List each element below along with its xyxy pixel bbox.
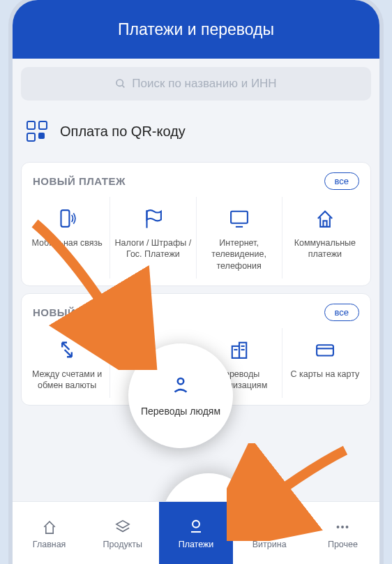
svg-line-1 [122, 85, 124, 87]
search-input[interactable]: Поиск по названию и ИНН [21, 67, 371, 101]
home-icon [313, 207, 337, 230]
nav-payments[interactable]: Платежи [159, 502, 232, 564]
tile-between-accounts[interactable]: Между счетами и обмен валюты [24, 328, 110, 399]
tile-label: Интернет, телевидение, телефония [201, 237, 278, 272]
tile-internet[interactable]: Интернет, телевидение, телефония [197, 197, 282, 279]
phone-frame: Платежи и переводы Поиск по названию и И… [13, 0, 379, 564]
page-title: Платежи и переводы [118, 20, 274, 39]
nav-more[interactable]: Прочее [306, 502, 379, 564]
tile-card-to-card[interactable]: С карты на карту [282, 328, 368, 399]
qr-icon [27, 121, 47, 142]
phone-signal-icon [55, 207, 79, 230]
payment-section: НОВЫЙ ПЛАТЕЖ все Мобильная связь Налоги … [21, 162, 371, 286]
svg-rect-7 [232, 346, 239, 358]
svg-rect-2 [61, 210, 70, 227]
nav-label: Главная [33, 540, 66, 549]
tile-label: Между счетами и обмен валюты [29, 369, 105, 392]
nav-label: Прочее [328, 540, 358, 549]
card-icon [313, 338, 337, 362]
svg-point-0 [116, 80, 123, 86]
person-underline-icon [186, 517, 206, 537]
nav-label: Платежи [179, 540, 214, 549]
tile-taxes[interactable]: Налоги / Штрафы / Гос. Платежи [110, 197, 196, 279]
search-icon [115, 78, 126, 89]
tile-label: Коммунальные платежи [287, 237, 363, 260]
transfer-section-title: НОВЫЙ ПЕРЕВОД [33, 306, 133, 318]
payment-section-title: НОВЫЙ ПЛАТЕЖ [33, 175, 126, 187]
tile-mobile[interactable]: Мобильная связь [24, 197, 110, 279]
svg-rect-4 [231, 212, 248, 223]
tile-label: Мобильная связь [31, 237, 102, 248]
transfer-all-button[interactable]: все [324, 304, 360, 321]
tile-label: С карты на карту [290, 369, 359, 380]
nav-showcase[interactable]: Витрина [233, 502, 306, 564]
tile-utilities[interactable]: Коммунальные платежи [282, 197, 368, 279]
bag-icon [259, 517, 279, 537]
svg-rect-12 [317, 345, 333, 355]
person-icon [169, 374, 193, 398]
layers-icon [113, 517, 133, 537]
nav-products[interactable]: Продукты [86, 502, 159, 564]
svg-point-15 [193, 520, 199, 527]
monitor-icon [227, 207, 251, 230]
flag-icon [141, 207, 165, 230]
swap-arrows-icon [55, 338, 79, 362]
tile-label: Налоги / Штрафы / Гос. Платежи [114, 237, 191, 260]
header-bar: Платежи и переводы [13, 0, 379, 59]
nav-label: Продукты [103, 540, 142, 549]
nav-label: Витрина [252, 540, 287, 549]
qr-pay-row[interactable]: Оплата по QR-коду [21, 105, 371, 158]
nav-home[interactable]: Главная [13, 502, 86, 564]
payment-all-button[interactable]: все [324, 172, 360, 190]
highlight-people-transfer[interactable]: Переводы людям [128, 343, 233, 448]
tile-label: Переводы людям [141, 405, 220, 417]
home-icon [40, 517, 59, 537]
building-icon [227, 338, 251, 362]
qr-label: Оплата по QR-коду [60, 124, 186, 140]
svg-point-18 [341, 526, 344, 528]
svg-point-14 [178, 378, 184, 385]
dots-icon [333, 517, 352, 537]
svg-point-19 [346, 526, 349, 528]
search-placeholder: Поиск по названию и ИНН [132, 77, 276, 91]
svg-point-17 [337, 526, 340, 528]
svg-rect-6 [323, 221, 326, 227]
bottom-nav: Главная Продукты Платежи Витрина Прочее [13, 501, 379, 564]
